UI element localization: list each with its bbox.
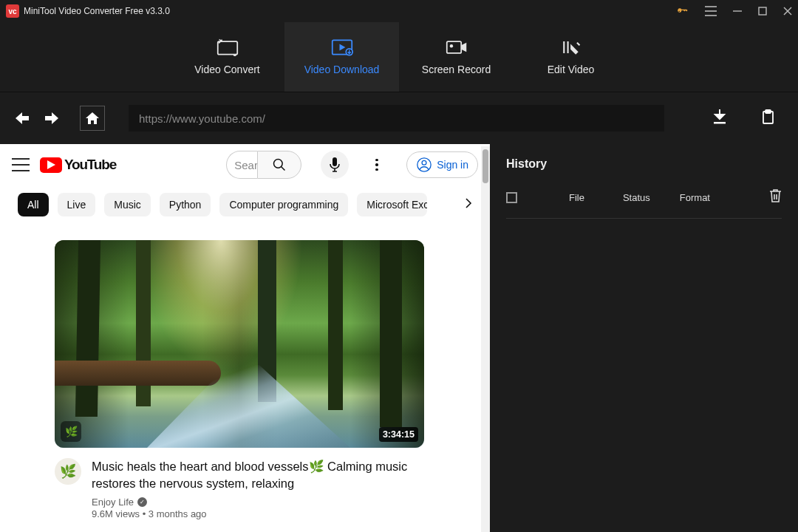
search-input[interactable]: Search [226,151,257,179]
tab-label: Screen Record [422,64,491,75]
svg-rect-19 [332,157,337,166]
browser-navbar [0,92,798,144]
app-icon: vc [6,4,19,18]
video-duration: 3:34:15 [379,427,418,442]
titlebar: vc MiniTool Video Converter Free v3.3.0 [0,0,798,22]
home-button[interactable] [80,106,105,131]
col-status: Status [623,192,650,203]
tab-video-download[interactable]: Video Download [284,22,399,92]
svg-point-12 [449,44,452,47]
thumbnail-badge-icon: 🌿 [61,421,81,442]
download-icon[interactable] [713,109,726,127]
history-pane: History File Status Format [490,144,798,532]
kebab-menu-icon[interactable] [368,159,386,171]
key-icon[interactable] [676,5,689,18]
svg-rect-13 [714,122,726,124]
video-title[interactable]: Music heals the heart and blood vessels🌿… [92,458,424,492]
filter-chips: All Live Music Python Computer programmi… [0,185,490,224]
col-file: File [569,192,584,203]
youtube-header: YouTube Search Sign in [0,144,490,185]
chip-computer-programming[interactable]: Computer programming [219,193,348,216]
svg-marker-9 [339,44,345,51]
chip-excel[interactable]: Microsoft Excel [357,193,427,216]
tab-video-convert[interactable]: Video Convert [170,22,284,92]
select-all-checkbox[interactable] [506,192,517,203]
svg-rect-4 [759,7,766,15]
svg-point-21 [422,160,426,165]
browser-pane: YouTube Search Sign in All Live Music Py… [0,144,490,532]
tab-label: Edit Video [548,64,595,75]
forward-button[interactable] [44,112,59,124]
youtube-logo[interactable]: YouTube [40,157,116,173]
app-title: MiniTool Video Converter Free v3.3.0 [24,6,676,16]
clipboard-icon[interactable] [762,109,774,127]
chip-live[interactable]: Live [58,193,96,216]
history-title: History [506,157,782,171]
minimize-icon[interactable] [733,7,742,16]
tab-edit-video[interactable]: Edit Video [514,22,628,92]
scrollbar[interactable] [481,146,490,532]
url-input[interactable] [129,105,664,132]
chips-next-icon[interactable] [465,197,472,212]
trash-icon[interactable] [769,188,782,206]
channel-name[interactable]: Enjoy Life ✓ [92,497,424,508]
svg-line-18 [282,167,285,171]
main-tabs: Video Convert Video Download Screen Reco… [0,22,798,92]
chip-all[interactable]: All [18,193,49,216]
search-button[interactable] [257,151,301,179]
video-stats: 9.6M views • 3 months ago [92,508,424,519]
mic-icon[interactable] [321,151,349,179]
video-thumbnail[interactable]: 🌿 3:34:15 [55,240,424,448]
svg-rect-7 [217,41,236,55]
sign-in-button[interactable]: Sign in [406,151,478,178]
tab-label: Video Download [304,64,380,75]
verified-icon: ✓ [137,497,147,507]
hamburger-icon[interactable] [12,158,30,171]
svg-point-17 [274,160,283,168]
chip-python[interactable]: Python [160,193,211,216]
video-card[interactable]: 🌿 3:34:15 🌿 Music heals the heart and bl… [0,224,490,519]
svg-marker-16 [47,160,55,169]
tab-label: Video Convert [194,64,259,75]
maximize-icon[interactable] [758,7,767,16]
history-header: File Status Format [506,188,782,219]
channel-avatar[interactable]: 🌿 [55,458,81,485]
youtube-search[interactable]: Search [226,151,301,179]
chip-music[interactable]: Music [104,193,151,216]
close-icon[interactable] [783,7,792,16]
col-format: Format [680,192,710,203]
tab-screen-record[interactable]: Screen Record [399,22,514,92]
menu-icon[interactable] [705,6,717,16]
svg-rect-11 [446,41,460,53]
back-button[interactable] [15,112,30,124]
